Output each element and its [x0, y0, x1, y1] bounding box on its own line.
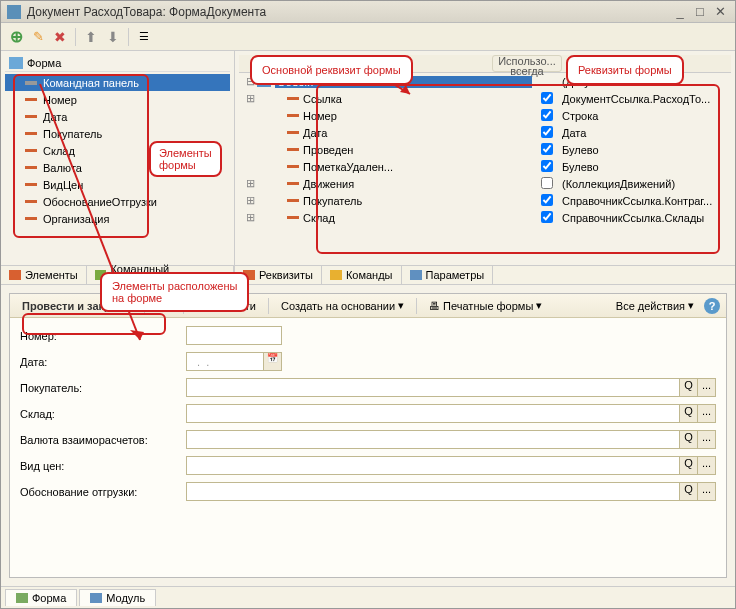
print-forms-button[interactable]: 🖶 Печатные формы ▾ [423, 297, 548, 314]
svg-marker-1 [130, 330, 144, 340]
use-always-checkbox[interactable] [541, 194, 553, 206]
callout-elements: Элементы формы [149, 141, 222, 177]
use-always-checkbox[interactable] [541, 177, 553, 189]
field-input[interactable]: ...Q [186, 456, 716, 475]
add-button[interactable]: ⊕ [7, 28, 25, 46]
field-icon [287, 199, 299, 202]
search-button[interactable]: Q [679, 457, 697, 474]
all-actions-button[interactable]: Все действия ▾ [610, 297, 700, 314]
stack-icon [330, 270, 342, 280]
form-field-row: Покупатель:...Q [20, 378, 716, 397]
field-input[interactable]: 📅 [186, 352, 282, 371]
field-input[interactable]: ...Q [186, 404, 716, 423]
use-always-cell [532, 160, 562, 174]
use-always-checkbox[interactable] [541, 92, 553, 104]
select-button[interactable]: ... [697, 457, 715, 474]
window-title: Документ РасходТовара: ФормаДокумента [27, 5, 669, 19]
requisite-type: СправочникСсылка.Контраг... [562, 195, 727, 207]
requisite-row[interactable]: ⊞Движения(КоллекцияДвижений) [239, 175, 731, 192]
col-use-always: Использо... всегда [492, 55, 562, 72]
minimize-button[interactable]: _ [671, 4, 689, 20]
callout-main-requisite: Основной реквизит формы [250, 55, 413, 85]
module-icon [90, 593, 102, 603]
requisite-type: СправочникСсылка.Склады [562, 212, 727, 224]
help-icon[interactable]: ? [704, 298, 720, 314]
field-label: Обоснование отгрузки: [20, 486, 186, 498]
tab-module[interactable]: Модуль [79, 589, 156, 606]
create-based-button[interactable]: Создать на основании ▾ [275, 297, 410, 314]
use-always-cell [532, 126, 562, 140]
callout-placed: Элементы расположены на форме [100, 272, 249, 312]
use-always-checkbox[interactable] [541, 109, 553, 121]
search-button[interactable]: Q [679, 431, 697, 448]
field-input[interactable]: ...Q [186, 482, 716, 501]
field-icon [287, 216, 299, 219]
requisite-row[interactable]: ДатаДата [239, 124, 731, 141]
form-field-row: Обоснование отгрузки:...Q [20, 482, 716, 501]
requisite-row[interactable]: ⊞СсылкаДокументСсылка.РасходТо... [239, 90, 731, 107]
use-always-checkbox[interactable] [541, 211, 553, 223]
use-always-cell [532, 194, 562, 208]
expand-icon[interactable]: ⊞ [243, 211, 257, 224]
field-label: Склад: [20, 408, 186, 420]
field-icon [287, 97, 299, 100]
edit-button[interactable]: ✎ [29, 28, 47, 46]
search-button[interactable]: Q [679, 379, 697, 396]
field-label: Покупатель: [20, 382, 186, 394]
tab-parameters[interactable]: Параметры [402, 266, 494, 284]
footer-tabs: Форма Модуль [1, 586, 735, 608]
close-button[interactable]: ✕ [711, 4, 729, 20]
tab-commands[interactable]: Команды [322, 266, 402, 284]
requisite-row[interactable]: ПометкаУдален...Булево [239, 158, 731, 175]
props-button[interactable]: ☰ [135, 28, 153, 46]
requisite-row[interactable]: ПроведенБулево [239, 141, 731, 158]
down-button[interactable]: ⬇ [104, 28, 122, 46]
requisite-name: ПометкаУдален... [303, 161, 532, 173]
tab-form[interactable]: Форма [5, 589, 77, 606]
form-field-row: Вид цен:...Q [20, 456, 716, 475]
up-button[interactable]: ⬆ [82, 28, 100, 46]
tree-header: Форма [5, 55, 230, 72]
field-input[interactable] [186, 326, 282, 345]
stack-icon [410, 270, 422, 280]
requisite-type: Строка [562, 110, 727, 122]
use-always-checkbox[interactable] [541, 126, 553, 138]
field-icon [287, 165, 299, 168]
titlebar: Документ РасходТовара: ФормаДокумента _ … [1, 1, 735, 23]
separator [75, 28, 76, 46]
expand-icon[interactable]: ⊞ [243, 194, 257, 207]
select-button[interactable]: ... [697, 405, 715, 422]
arrow-line [20, 80, 160, 360]
field-icon [287, 114, 299, 117]
requisite-name: Проведен [303, 144, 532, 156]
search-button[interactable]: Q [679, 405, 697, 422]
requisite-type: ДокументСсылка.РасходТо... [562, 93, 727, 105]
field-input[interactable]: ...Q [186, 378, 716, 397]
use-always-cell [532, 177, 562, 191]
app-icon [7, 5, 21, 19]
calendar-icon[interactable]: 📅 [263, 353, 281, 370]
maximize-button[interactable]: □ [691, 4, 709, 20]
select-button[interactable]: ... [697, 431, 715, 448]
text-input[interactable] [187, 353, 261, 370]
separator [128, 28, 129, 46]
requisite-row[interactable]: ⊞СкладСправочникСсылка.Склады [239, 209, 731, 226]
requisites-tree[interactable]: ⊟Объект(ДокументОбъект.Расх...⊞СсылкаДок… [239, 73, 731, 226]
select-button[interactable]: ... [697, 483, 715, 500]
callout-form-requisites: Реквизиты формы [566, 55, 684, 85]
use-always-checkbox[interactable] [541, 143, 553, 155]
field-icon [287, 131, 299, 134]
use-always-cell [532, 109, 562, 123]
field-icon [287, 182, 299, 185]
requisite-row[interactable]: ⊞ПокупательСправочникСсылка.Контраг... [239, 192, 731, 209]
requisite-row[interactable]: НомерСтрока [239, 107, 731, 124]
select-button[interactable]: ... [697, 379, 715, 396]
expand-icon[interactable]: ⊞ [243, 92, 257, 105]
tree-header-label: Форма [27, 57, 61, 69]
field-input[interactable]: ...Q [186, 430, 716, 449]
search-button[interactable]: Q [679, 483, 697, 500]
use-always-checkbox[interactable] [541, 160, 553, 172]
use-always-cell [532, 92, 562, 106]
expand-icon[interactable]: ⊞ [243, 177, 257, 190]
delete-button[interactable]: ✖ [51, 28, 69, 46]
